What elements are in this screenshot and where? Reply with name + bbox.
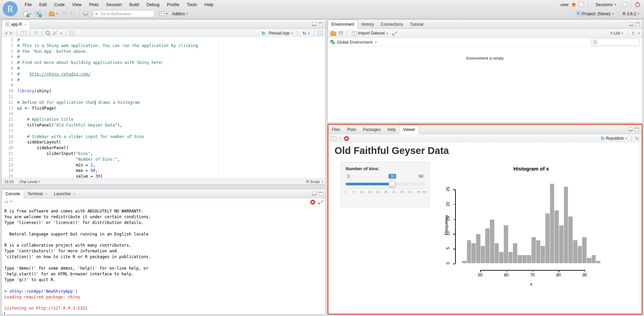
clear-console-icon[interactable] [318, 200, 323, 204]
list-view-button[interactable]: ≡List▾ [609, 30, 624, 36]
environment-search[interactable] [591, 39, 640, 46]
close-tab-icon[interactable]: × [24, 22, 26, 26]
tab-files[interactable]: Files [328, 125, 344, 134]
r-version-label: R 3.6.2 [623, 12, 636, 16]
tab-app-r[interactable]: app.R × [2, 20, 30, 29]
open-in-window-icon[interactable] [21, 31, 26, 36]
clear-environment-icon[interactable] [392, 31, 397, 36]
minimize-icon[interactable] [312, 192, 316, 196]
refresh-icon[interactable]: ↻ [631, 31, 635, 36]
slider-handle[interactable] [389, 180, 396, 188]
addins-menu[interactable]: Addins▾ [171, 11, 189, 17]
menu-profile[interactable]: Profile [163, 2, 183, 7]
back-icon[interactable] [4, 31, 7, 35]
reload-app-label: Reload App [269, 31, 290, 36]
tab-plots[interactable]: Plots [344, 125, 360, 134]
save-button[interactable] [61, 11, 68, 17]
home-icon[interactable] [571, 3, 576, 7]
open-file-button[interactable]: ▾ [48, 10, 59, 17]
stop-icon[interactable] [310, 200, 315, 205]
menu-bar-right: user Sessions▾ [561, 2, 644, 7]
tab-packages[interactable]: Packages [360, 125, 384, 134]
import-dataset-button[interactable]: Import Dataset▾ [351, 30, 389, 36]
code-editor[interactable]: 1#2# This is a Shiny web application. Yo… [2, 37, 325, 179]
forward-icon[interactable] [10, 31, 13, 35]
print-button[interactable] [82, 11, 89, 17]
menu-plots[interactable]: Plots [85, 2, 102, 7]
refresh-icon[interactable]: ↻ [635, 136, 639, 141]
code-line: 2# This is a Shiny web application. You … [2, 43, 325, 49]
slider-minor-tick [410, 187, 411, 189]
tab-history[interactable]: History [358, 20, 377, 28]
tab-console[interactable]: Console [2, 189, 24, 198]
load-workspace-icon[interactable] [330, 32, 336, 36]
compile-report-icon[interactable] [70, 31, 74, 36]
console-line: Natural language support but running in … [4, 231, 325, 237]
file-type-selector[interactable]: R Script▴▾ [306, 180, 323, 184]
list-label: List [614, 31, 620, 36]
goto-file-search[interactable] [93, 10, 154, 17]
publish-button[interactable]: ↻▾ [301, 30, 311, 36]
menu-tools[interactable]: Tools [183, 2, 201, 7]
project-menu[interactable]: Project: (None)▾ [575, 10, 615, 17]
menu-debug[interactable]: Debug [143, 2, 163, 7]
panes-grid-icon [159, 12, 165, 16]
tab-connections[interactable]: Connections [377, 20, 407, 28]
maximize-icon[interactable] [319, 22, 323, 26]
maximize-icon[interactable] [636, 22, 640, 26]
minimize-icon[interactable] [312, 22, 316, 26]
menu-build[interactable]: Build [126, 2, 143, 7]
power-icon[interactable] [635, 2, 640, 7]
tab-viewer[interactable]: Viewer [399, 125, 419, 134]
line-number: 4 [2, 54, 17, 60]
tab-tutorial[interactable]: Tutorial [406, 20, 427, 28]
menu-session[interactable]: Session [102, 2, 125, 7]
maximize-icon[interactable] [635, 128, 639, 131]
reload-app-button[interactable]: ↻ Reload App▾ [260, 30, 294, 36]
tab-terminal[interactable]: Terminal× [24, 189, 51, 198]
maximize-icon[interactable] [319, 192, 323, 196]
code-tools-icon[interactable] [52, 31, 57, 36]
slider-minor-tick [379, 187, 380, 189]
x-tick-label: 80 [553, 273, 564, 277]
menu-code[interactable]: Code [50, 2, 68, 7]
histogram-bar [545, 213, 550, 264]
console-line: Type 'q()' to quit R. [4, 277, 325, 283]
menu-edit[interactable]: Edit [35, 2, 50, 7]
menu-view[interactable]: View [68, 2, 85, 7]
code-text: ui <- fluidPage( [17, 106, 56, 111]
save-all-button[interactable] [69, 11, 76, 17]
scope-selector[interactable]: Global Environment [337, 40, 372, 45]
goto-file-input[interactable] [100, 12, 152, 16]
menu-help[interactable]: Help [201, 2, 217, 7]
new-project-button[interactable] [34, 10, 42, 17]
save-workspace-icon[interactable] [339, 31, 343, 35]
tab-launcher[interactable]: Launcher× [51, 189, 79, 198]
close-tab-icon[interactable]: × [45, 192, 47, 196]
new-session-icon[interactable] [622, 2, 627, 7]
r-version-menu[interactable]: R 3.6.2▾ [621, 11, 641, 17]
pane-layout-button[interactable]: ▾ [158, 11, 169, 17]
reload-icon: ↻ [262, 31, 266, 36]
document-outline-icon[interactable] [318, 31, 323, 36]
new-file-button[interactable]: ▾ [22, 10, 32, 17]
open-in-browser-icon[interactable] [331, 136, 336, 141]
code-line: 23 min = 1, [2, 162, 325, 168]
tab-environment[interactable]: Environment [328, 20, 358, 29]
republish-button[interactable]: ↻Republish▾ [599, 135, 628, 141]
sessions-menu[interactable]: Sessions▾ [592, 2, 620, 7]
menu-file[interactable]: File [21, 2, 35, 7]
tab-help[interactable]: Help [384, 125, 399, 134]
close-tab-icon[interactable]: × [73, 192, 75, 196]
find-icon[interactable] [46, 31, 50, 35]
environment-search-input[interactable] [599, 40, 638, 45]
sign-out-icon[interactable] [579, 2, 584, 7]
minimize-icon[interactable] [628, 128, 633, 131]
stop-app-icon[interactable] [344, 136, 349, 141]
slider-minor-tick [373, 187, 373, 189]
console-output[interactable]: R is free software and comes with ABSOLU… [2, 206, 325, 314]
scope-selector[interactable]: (Top Level)▴▾ [19, 180, 40, 184]
goto-directory-icon[interactable]: ↷ [9, 200, 13, 204]
save-icon[interactable] [34, 31, 38, 35]
minimize-icon[interactable] [629, 22, 633, 26]
